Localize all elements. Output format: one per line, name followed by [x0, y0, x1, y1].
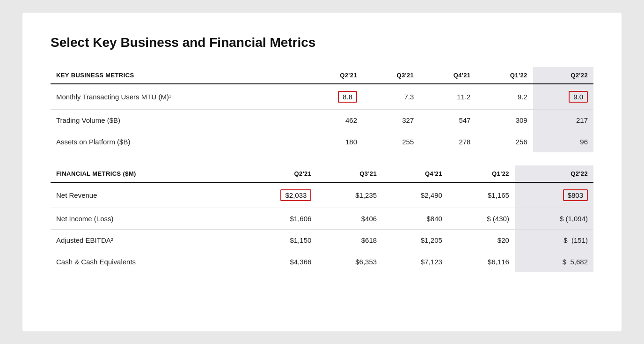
boxed-value: 8.8 [338, 91, 357, 103]
kb-col-q1-22: Q1'22 [476, 67, 533, 84]
metric-ebitda: Adjusted EBITDA² [51, 230, 233, 251]
ap-q1-22: 256 [476, 131, 533, 153]
eb-q1-22: $20 [448, 230, 515, 251]
tv-q3-21: 327 [363, 110, 419, 131]
metric-net-revenue: Net Revenue [51, 182, 233, 208]
table-row: Monthly Transacting Users MTU (M)¹ 8.8 7… [51, 84, 593, 110]
nr-q4-21: $2,490 [382, 182, 448, 208]
tv-q2-21: 462 [302, 110, 363, 131]
table-row: Assets on Platform ($B) 180 255 278 256 … [51, 131, 593, 153]
kb-col-q3-21: Q3'21 [363, 67, 419, 84]
boxed-value: 9.0 [569, 91, 588, 103]
table-row: Cash & Cash Equivalents $4,366 $6,353 $7… [51, 251, 593, 273]
key-business-label: KEY BUSINESS METRICS [51, 67, 302, 84]
key-business-header-row: KEY BUSINESS METRICS Q2'21 Q3'21 Q4'21 Q… [51, 67, 593, 84]
table-row: Trading Volume ($B) 462 327 547 309 217 [51, 110, 593, 131]
table-row: Net Income (Loss) $1,606 $406 $840 $ (43… [51, 208, 593, 230]
ap-q4-21: 278 [419, 131, 476, 153]
cc-q2-22: $ 5,682 [515, 251, 593, 273]
page-title: Select Key Business and Financial Metric… [51, 35, 593, 50]
ni-q1-22: $ (430) [448, 208, 515, 230]
kb-col-q4-21: Q4'21 [419, 67, 476, 84]
table-row: Adjusted EBITDA² $1,150 $618 $1,205 $20 … [51, 230, 593, 251]
ap-q3-21: 255 [363, 131, 419, 153]
eb-q2-22: $ (151) [515, 230, 593, 251]
fm-col-q2-22: Q2'22 [515, 165, 593, 182]
eb-q4-21: $1,205 [382, 230, 448, 251]
tv-q1-22: 309 [476, 110, 533, 131]
nr-q3-21: $1,235 [317, 182, 382, 208]
mtu-q3-21: 7.3 [363, 84, 419, 110]
financial-label: FINANCIAL METRICS ($M) [51, 165, 233, 182]
fm-col-q1-22: Q1'22 [448, 165, 515, 182]
nr-q2-21: $2,033 [233, 182, 317, 208]
metric-assets: Assets on Platform ($B) [51, 131, 302, 153]
eb-q2-21: $1,150 [233, 230, 317, 251]
table-row: Net Revenue $2,033 $1,235 $2,490 $1,165 … [51, 182, 593, 208]
ap-q2-21: 180 [302, 131, 363, 153]
fm-col-q3-21: Q3'21 [317, 165, 382, 182]
boxed-value: $803 [563, 189, 588, 201]
cc-q1-22: $6,116 [448, 251, 515, 273]
cc-q2-21: $4,366 [233, 251, 317, 273]
tv-q4-21: 547 [419, 110, 476, 131]
key-business-metrics-table: KEY BUSINESS METRICS Q2'21 Q3'21 Q4'21 Q… [51, 67, 593, 165]
fm-col-q2-21: Q2'21 [233, 165, 317, 182]
kb-col-q2-22: Q2'22 [533, 67, 593, 84]
kb-col-q2-21: Q2'21 [302, 67, 363, 84]
fm-col-q4-21: Q4'21 [382, 165, 448, 182]
mtu-q2-21: 8.8 [302, 84, 363, 110]
mtu-q4-21: 11.2 [419, 84, 476, 110]
cc-q3-21: $6,353 [317, 251, 382, 273]
spacer [51, 152, 593, 165]
financial-header-row: FINANCIAL METRICS ($M) Q2'21 Q3'21 Q4'21… [51, 165, 593, 182]
ni-q2-22: $ (1,094) [515, 208, 593, 230]
mtu-q2-22: 9.0 [533, 84, 593, 110]
nr-q1-22: $1,165 [448, 182, 515, 208]
eb-q3-21: $618 [317, 230, 382, 251]
ni-q4-21: $840 [382, 208, 448, 230]
tv-q2-22: 217 [533, 110, 593, 131]
ni-q2-21: $1,606 [233, 208, 317, 230]
ni-q3-21: $406 [317, 208, 382, 230]
main-card: Select Key Business and Financial Metric… [22, 13, 622, 331]
metric-net-income: Net Income (Loss) [51, 208, 233, 230]
boxed-value: $2,033 [280, 189, 311, 201]
cc-q4-21: $7,123 [382, 251, 448, 273]
metric-cash: Cash & Cash Equivalents [51, 251, 233, 273]
metric-trading-volume: Trading Volume ($B) [51, 110, 302, 131]
mtu-q1-22: 9.2 [476, 84, 533, 110]
metric-mtu: Monthly Transacting Users MTU (M)¹ [51, 84, 302, 110]
ap-q2-22: 96 [533, 131, 593, 153]
financial-metrics-table: FINANCIAL METRICS ($M) Q2'21 Q3'21 Q4'21… [51, 165, 593, 272]
nr-q2-22: $803 [515, 182, 593, 208]
